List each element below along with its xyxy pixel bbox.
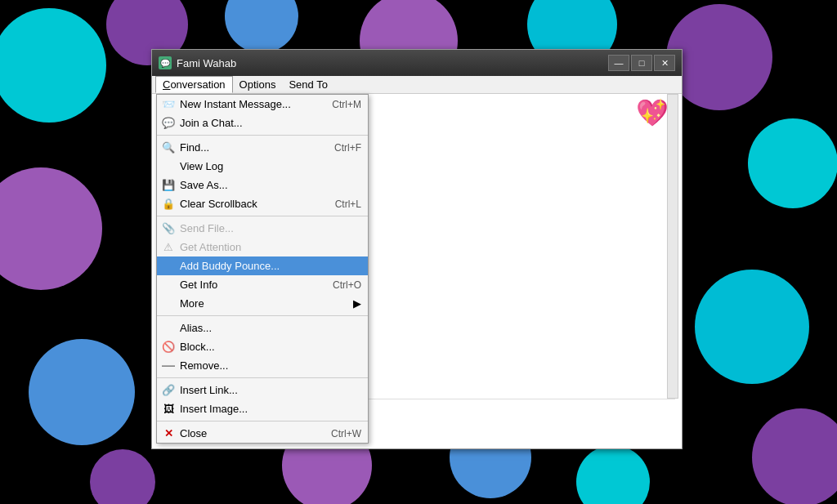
menu-remove[interactable]: — Remove... [157,356,368,375]
svg-point-8 [29,339,135,445]
menu-get-info[interactable]: Get Info Ctrl+O [157,275,368,294]
svg-point-9 [695,270,809,384]
maximize-button[interactable]: □ [631,55,652,71]
menu-conversation[interactable]: Conversation 📨 New Instant Message... Ct… [155,76,233,93]
separator-3 [157,315,368,316]
menu-new-instant-message[interactable]: 📨 New Instant Message... Ctrl+M [157,95,368,114]
menu-options[interactable]: Options [233,77,283,92]
svg-point-6 [748,118,837,208]
save-icon: 💾 [162,179,175,192]
menu-block[interactable]: 🚫 Block... [157,337,368,356]
menu-send-file[interactable]: 📎 Send File... [157,219,368,238]
window-controls: — □ ✕ [608,55,675,71]
menu-more[interactable]: More ▶ [157,294,368,313]
minimize-button[interactable]: — [608,55,629,71]
svg-point-2 [225,0,298,53]
link-icon: 🔗 [162,384,175,397]
menu-add-buddy-pounce[interactable]: Add Buddy Pounce... [157,256,368,275]
close-button[interactable]: ✕ [654,55,675,71]
remove-icon: — [162,359,175,372]
separator-5 [157,421,368,421]
menu-join-chat[interactable]: 💬 Join a Chat... [157,114,368,132]
block-icon: 🚫 [162,341,175,354]
menu-send-to[interactable]: Send To [282,77,333,92]
conversation-dropdown: 📨 New Instant Message... Ctrl+M 💬 Join a… [156,94,369,444]
svg-point-7 [0,167,102,290]
app-icon: 💬 [159,56,172,69]
menu-get-attention[interactable]: ⚠ Get Attention [157,238,368,256]
svg-point-14 [90,449,155,504]
menu-bar: Conversation 📨 New Instant Message... Ct… [152,76,682,94]
window-title: Fami Wahab [177,57,608,69]
chat-window: 💬 Fami Wahab — □ ✕ Conversation 📨 New In… [151,49,683,449]
find-icon: 🔍 [162,141,175,154]
menu-alias[interactable]: Alias... [157,319,368,337]
menu-close[interactable]: ✕ Close Ctrl+W [157,424,368,443]
separator-4 [157,377,368,378]
clear-icon: 🔒 [162,198,175,211]
menu-clear-scrollback[interactable]: 🔒 Clear Scrollback Ctrl+L [157,194,368,213]
separator-1 [157,135,368,136]
menu-view-log[interactable]: View Log [157,157,368,176]
svg-point-13 [576,445,650,504]
send-file-icon: 📎 [162,222,175,235]
menu-save-as[interactable]: 💾 Save As... [157,176,368,194]
close-menu-icon: ✕ [162,427,175,440]
attention-icon: ⚠ [162,241,175,254]
avatar: 💖 [636,97,665,127]
scrollbar[interactable] [667,94,678,399]
new-message-icon: 📨 [162,98,175,111]
svg-text:💬: 💬 [160,58,171,69]
more-arrow-icon: ▶ [353,297,361,310]
svg-point-0 [0,8,106,123]
menu-insert-image[interactable]: 🖼 Insert Image... [157,399,368,418]
image-icon: 🖼 [162,403,175,416]
title-bar: 💬 Fami Wahab — □ ✕ [152,50,682,76]
separator-2 [157,216,368,216]
menu-find[interactable]: 🔍 Find... Ctrl+F [157,138,368,157]
menu-insert-link[interactable]: 🔗 Insert Link... [157,381,368,399]
join-chat-icon: 💬 [162,117,175,130]
svg-point-10 [752,408,837,504]
